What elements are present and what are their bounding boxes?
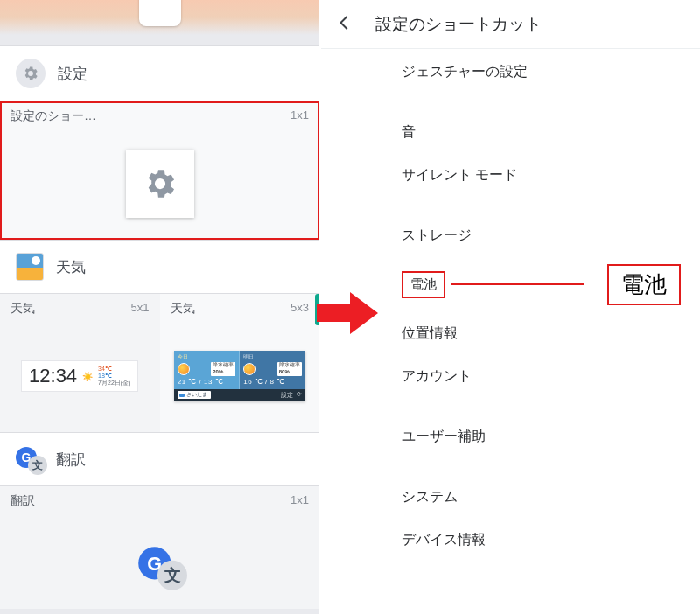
widget-preview xyxy=(10,140,309,227)
location-chip: さいたま xyxy=(178,391,211,399)
widget-preview: 12:34 ☀️ 34℃ 18℃ 7月22日(金) xyxy=(10,332,150,420)
back-icon[interactable] xyxy=(335,13,354,36)
sun-icon xyxy=(178,363,190,375)
widget-preview: 今日 降水確率20% 21 ℃ / 13 ℃ 明日 xyxy=(171,332,310,420)
item-account[interactable]: アカウント xyxy=(321,355,700,398)
item-gesture[interactable]: ジェスチャーの設定 xyxy=(321,51,700,94)
item-storage[interactable]: ストレージ xyxy=(321,214,700,257)
callout-line-icon xyxy=(451,283,584,285)
section-translate[interactable]: G文 翻訳 xyxy=(0,432,319,486)
widget-size: 1x1 xyxy=(290,108,309,122)
panel-header: 設定のショートカット xyxy=(321,0,700,49)
widget-weather-clock[interactable]: 天気 5x1 12:34 ☀️ 34℃ 18℃ 7月22日(金) xyxy=(0,294,160,432)
refresh-icon: ⟳ xyxy=(297,391,302,400)
sun-icon xyxy=(243,363,256,375)
widget-size: 5x1 xyxy=(131,301,150,314)
item-sound[interactable]: 音 xyxy=(321,111,700,154)
widget-size: 1x1 xyxy=(290,493,309,506)
gear-icon xyxy=(16,59,46,88)
item-device[interactable]: デバイス情報 xyxy=(321,519,700,562)
widget-name: 天気 xyxy=(10,301,35,317)
settings-tile-icon xyxy=(126,150,194,218)
page-title: 設定のショートカット xyxy=(375,13,542,36)
sun-icon: ☀️ xyxy=(82,372,93,381)
item-a11y[interactable]: ユーザー補助 xyxy=(321,415,700,458)
section-title: 設定 xyxy=(58,64,88,84)
arrow-icon xyxy=(315,290,380,339)
widget-size: 5x3 xyxy=(290,301,309,314)
widget-name: 翻訳 xyxy=(10,493,35,509)
widget-name: 天気 xyxy=(171,301,195,317)
widget-preview: G文 xyxy=(10,525,309,597)
widget-settings-shortcut[interactable]: 設定のショー… 1x1 xyxy=(0,101,319,240)
section-weather[interactable]: 天気 xyxy=(0,240,319,294)
weather-icon xyxy=(16,253,44,281)
section-title: 天気 xyxy=(56,257,86,277)
previous-widget-peek xyxy=(139,0,181,26)
item-system[interactable]: システム xyxy=(321,476,700,519)
translate-icon: G文 xyxy=(138,544,182,588)
translate-icon: G文 xyxy=(16,445,44,473)
item-silent[interactable]: サイレント モード xyxy=(321,154,700,197)
widget-name: 設定のショー… xyxy=(10,108,96,124)
weather-two-day: 今日 降水確率20% 21 ℃ / 13 ℃ 明日 xyxy=(174,351,305,401)
widget-picker-panel: 設定 設定のショー… 1x1 天気 天気 5x1 12:34 xyxy=(0,0,319,614)
widget-translate[interactable]: 翻訳 1x1 G文 xyxy=(0,486,319,609)
clock-temps: 34℃ 18℃ 7月22日(金) xyxy=(98,366,130,386)
battery-callout: 電池 xyxy=(607,264,681,305)
clock-time: 12:34 xyxy=(29,365,77,387)
widget-weather-multi[interactable]: 天気 5x3 今日 降水確率20% 21 ℃ / 13 ℃ xyxy=(160,294,320,432)
section-settings[interactable]: 設定 xyxy=(0,45,319,101)
section-title: 翻訳 xyxy=(56,450,86,470)
battery-label: 電池 xyxy=(402,271,445,298)
